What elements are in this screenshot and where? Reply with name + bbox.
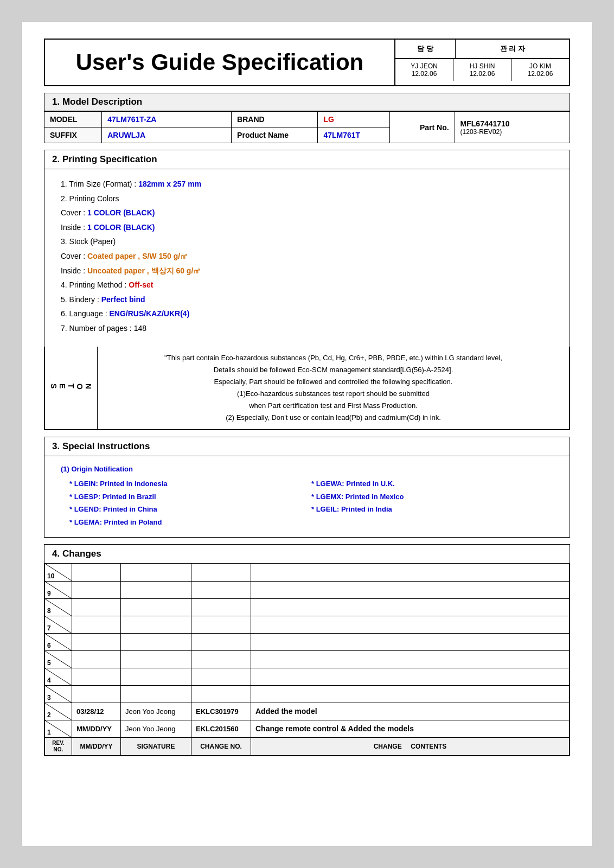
notes-content: "This part contain Eco-hazardous substan… xyxy=(98,347,569,430)
signature-cell xyxy=(121,633,191,650)
section2-body: 1. Trim Size (Format) : 182mm x 257 mm 2… xyxy=(44,169,570,347)
section3: 3. Special Instructions (1) Origin Notif… xyxy=(44,437,570,538)
origin-1: * LGEIN: Printed in Indonesia xyxy=(69,477,311,490)
date-cell: MM/DD/YY xyxy=(72,720,121,737)
spec-item-9: 5. Bindery : Perfect bind xyxy=(61,292,553,307)
notes-label: NOTES xyxy=(45,347,98,430)
section1: 1. Model Description MODEL 47LM761T-ZA B… xyxy=(44,93,570,143)
change-no-cell: EKLC201560 xyxy=(191,720,251,737)
spec-item-11: 7. Number of pages : 148 xyxy=(61,321,553,336)
rev-cell: 3 xyxy=(45,685,72,703)
rev-cell: 4 xyxy=(45,668,72,685)
rev-cell: 8 xyxy=(45,598,72,616)
manager-2: HJ SHIN 12.02.06 xyxy=(453,59,511,81)
date-cell: 03/28/12 xyxy=(72,703,121,720)
section3-body: (1) Origin Notification * LGEIN: Printed… xyxy=(44,456,570,537)
change-no-cell xyxy=(191,668,251,685)
notes-section: NOTES "This part contain Eco-hazardous s… xyxy=(44,347,570,430)
contents-cell: Change remote control & Added the models xyxy=(251,720,570,737)
rev-cell: 7 xyxy=(45,616,72,633)
table-row: 6 xyxy=(45,633,570,650)
section2: 2. Printing Specification 1. Trim Size (… xyxy=(44,150,570,430)
origin-6: * LGEIL: Printed in India xyxy=(311,503,553,515)
rev-cell: 5 xyxy=(45,650,72,668)
brand-label: BRAND xyxy=(232,112,318,127)
signature-cell xyxy=(121,581,191,598)
change-no-cell xyxy=(191,598,251,616)
date-cell xyxy=(72,650,121,668)
origin-4: * LGEMX: Printed in Mexico xyxy=(311,490,553,503)
table-row: 3 xyxy=(45,685,570,703)
table-row: 9 xyxy=(45,581,570,598)
rev-cell: 6 xyxy=(45,633,72,650)
product-name-label: Product Name xyxy=(232,127,318,143)
date-cell xyxy=(72,581,121,598)
origin-2: * LGEWA: Printed in U.K. xyxy=(311,477,553,490)
contents-cell xyxy=(251,633,570,650)
origin-7: * LGEMA: Printed in Poland xyxy=(69,516,311,528)
date-cell xyxy=(72,668,121,685)
rev-cell: 9 xyxy=(45,581,72,598)
date-cell xyxy=(72,564,121,581)
table-row: 8 xyxy=(45,598,570,616)
suffix-value: ARUWLJA xyxy=(102,127,232,143)
managers-row: YJ JEON 12.02.06 HJ SHIN 12.02.06 JO KIM… xyxy=(395,59,569,81)
partno-value: MFL67441710 (1203-REV02) xyxy=(455,112,570,143)
table-row: 7 xyxy=(45,616,570,633)
origin-grid: * LGEIN: Printed in Indonesia * LGEWA: P… xyxy=(69,477,553,528)
signature-cell xyxy=(121,685,191,703)
spec-item-5: 3. Stock (Paper) xyxy=(61,234,553,249)
rev-footer-label: REV.NO. xyxy=(45,737,72,755)
managers-label: 관 리 자 xyxy=(456,40,569,58)
responsible-label: 담 당 xyxy=(395,40,456,58)
manager-1: YJ JEON 12.02.06 xyxy=(395,59,453,81)
signature-cell xyxy=(121,598,191,616)
brand-value: LG xyxy=(318,112,390,127)
date-cell xyxy=(72,633,121,650)
change-no-cell xyxy=(191,616,251,633)
changes-table: 109876543203/28/12Jeon Yoo JeongEKLC3019… xyxy=(44,564,570,756)
section3-title: 3. Special Instructions xyxy=(44,437,570,456)
chno-footer-label: CHANGE NO. xyxy=(191,737,251,755)
model-label: MODEL xyxy=(44,112,102,127)
page: User's Guide Specification 담 당 관 리 자 YJ … xyxy=(22,22,592,846)
change-no-cell xyxy=(191,564,251,581)
page-title: User's Guide Specification xyxy=(76,49,363,75)
header-section: User's Guide Specification 담 당 관 리 자 YJ … xyxy=(44,39,570,86)
table-row: 10 xyxy=(45,564,570,581)
section2-title: 2. Printing Specification xyxy=(44,150,570,169)
change-no-cell xyxy=(191,685,251,703)
contents-cell xyxy=(251,668,570,685)
contents-cell xyxy=(251,598,570,616)
rev-cell: 2 xyxy=(45,703,72,720)
spec-item-2: 2. Printing Colors xyxy=(61,192,553,206)
contents-cell xyxy=(251,564,570,581)
date-cell xyxy=(72,598,121,616)
header-title-area: User's Guide Specification xyxy=(45,40,395,85)
change-no-cell: EKLC301979 xyxy=(191,703,251,720)
table-row: 203/28/12Jeon Yoo JeongEKLC301979Added t… xyxy=(45,703,570,720)
spec-item-6: Cover : Coated paper , S/W 150 g/㎡ xyxy=(61,249,553,264)
partno-label: Part No. xyxy=(390,112,455,143)
contents-cell: Added the model xyxy=(251,703,570,720)
change-no-cell xyxy=(191,650,251,668)
table-row: 5 xyxy=(45,650,570,668)
signature-cell: Jeon Yoo Jeong xyxy=(121,720,191,737)
signature-cell xyxy=(121,564,191,581)
spec-item-4: Inside : 1 COLOR (BLACK) xyxy=(61,220,553,235)
section1-title: 1. Model Description xyxy=(44,93,570,111)
change-no-cell xyxy=(191,581,251,598)
contents-cell xyxy=(251,685,570,703)
origin-3: * LGESP: Printed in Brazil xyxy=(69,490,311,503)
rev-cell: 1 xyxy=(45,720,72,737)
section4: 4. Changes 109876543203/28/12Jeon Yoo Je… xyxy=(44,544,570,756)
footer-row: REV.NO. MM/DD/YY SIGNATURE CHANGE NO. CH… xyxy=(45,737,570,755)
header-top-row: 담 당 관 리 자 xyxy=(395,40,569,59)
model-table: MODEL 47LM761T-ZA BRAND LG Part No. MFL6… xyxy=(44,111,570,143)
signature-cell: Jeon Yoo Jeong xyxy=(121,703,191,720)
table-row: 1MM/DD/YYJeon Yoo JeongEKLC201560Change … xyxy=(45,720,570,737)
suffix-label: SUFFIX xyxy=(44,127,102,143)
spec-item-1: 1. Trim Size (Format) : 182mm x 257 mm xyxy=(61,177,553,192)
model-value: 47LM761T-ZA xyxy=(102,112,232,127)
header-right: 담 당 관 리 자 YJ JEON 12.02.06 HJ SHIN 12.02… xyxy=(395,40,569,85)
